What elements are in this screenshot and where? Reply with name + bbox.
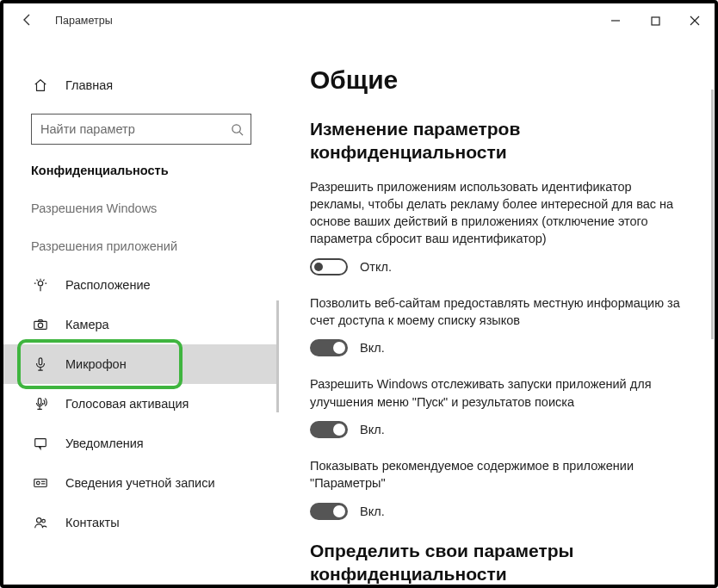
contacts-icon [31, 515, 50, 530]
option-suggested-content-text: Показывать рекомендуемое содержимое в пр… [310, 457, 680, 492]
sidebar-item-contacts[interactable]: Контакты [3, 503, 279, 542]
sidebar-item-account-info[interactable]: Сведения учетной записи [3, 463, 279, 503]
notifications-icon [31, 436, 50, 451]
search-placeholder: Найти параметр [40, 122, 230, 136]
option-ad-id-text: Разрешить приложениям использовать идент… [310, 178, 680, 248]
sidebar-item-label: Контакты [65, 516, 120, 529]
home-icon [31, 77, 50, 93]
content-scrollbar[interactable] [711, 90, 714, 339]
option-app-launch-toggle-row: Вкл. [310, 421, 680, 438]
sidebar-item-label: Камера [65, 318, 109, 331]
sidebar-group-windows: Разрешения Windows [3, 201, 279, 215]
svg-rect-8 [38, 399, 41, 405]
svg-rect-7 [39, 358, 42, 365]
option-ad-id-toggle-row: Откл. [310, 258, 680, 275]
option-language-list-text: Позволить веб-сайтам предоставлять местн… [310, 294, 680, 330]
window-controls [596, 3, 715, 38]
sidebar: Главная Найти параметр Конфиденциальност… [3, 38, 279, 585]
location-icon [31, 277, 50, 293]
toggle-language-list[interactable] [310, 339, 348, 356]
search-icon [230, 123, 244, 136]
svg-point-11 [37, 481, 40, 485]
back-button[interactable] [21, 13, 34, 29]
sidebar-item-label: Микрофон [65, 357, 127, 371]
option-language-list-toggle-row: Вкл. [310, 339, 680, 356]
toggle-app-launch-state: Вкл. [360, 423, 385, 436]
svg-point-15 [42, 519, 46, 523]
sidebar-item-camera[interactable]: Камера [3, 305, 279, 344]
sidebar-item-label: Уведомления [65, 436, 144, 450]
settings-window: Параметры Главная Найти параметр [0, 0, 718, 588]
voice-activation-icon [31, 396, 50, 412]
toggle-app-launch[interactable] [310, 421, 348, 438]
minimize-button[interactable] [596, 3, 635, 38]
sidebar-home-label: Главная [65, 78, 113, 92]
sidebar-item-label: Расположение [65, 278, 151, 292]
sidebar-item-label: Сведения учетной записи [65, 476, 215, 490]
svg-rect-9 [35, 439, 46, 447]
search-input[interactable]: Найти параметр [31, 114, 251, 145]
sidebar-category: Конфиденциальность [3, 164, 279, 177]
section-privacy-settings-title: Изменение параметров конфиденциальности [310, 117, 680, 164]
camera-icon [31, 317, 50, 332]
window-title: Параметры [55, 15, 113, 27]
maximize-button[interactable] [635, 3, 675, 38]
toggle-suggested-content-state: Вкл. [360, 504, 385, 518]
toggle-ad-id-state: Откл. [360, 260, 392, 274]
section-learn-privacy-title: Определить свои параметры конфиденциальн… [310, 539, 680, 585]
content-area: Общие Изменение параметров конфиденциаль… [279, 38, 715, 585]
option-app-launch-text: Разрешить Windows отслеживать запуски пр… [310, 375, 680, 411]
svg-line-3 [239, 132, 243, 135]
sidebar-item-label: Голосовая активация [65, 397, 189, 411]
microphone-icon [31, 356, 50, 372]
sidebar-home[interactable]: Главная [3, 72, 279, 98]
svg-point-6 [38, 323, 42, 327]
titlebar: Параметры [3, 3, 715, 38]
sidebar-item-location[interactable]: Расположение [3, 265, 279, 305]
toggle-language-list-state: Вкл. [360, 341, 385, 355]
sidebar-item-voice-activation[interactable]: Голосовая активация [3, 384, 279, 424]
svg-point-2 [232, 124, 239, 132]
sidebar-group-apps: Разрешения приложений [3, 239, 279, 253]
page-title: Общие [310, 65, 680, 95]
sidebar-item-notifications[interactable]: Уведомления [3, 424, 279, 463]
toggle-suggested-content[interactable] [310, 503, 348, 520]
close-button[interactable] [675, 3, 715, 38]
toggle-ad-id[interactable] [310, 258, 348, 275]
svg-point-4 [38, 282, 42, 286]
account-info-icon [31, 475, 50, 491]
sidebar-item-microphone[interactable]: Микрофон [3, 344, 279, 384]
svg-point-14 [37, 518, 41, 523]
svg-rect-1 [652, 17, 659, 25]
option-suggested-content-toggle-row: Вкл. [310, 503, 680, 520]
